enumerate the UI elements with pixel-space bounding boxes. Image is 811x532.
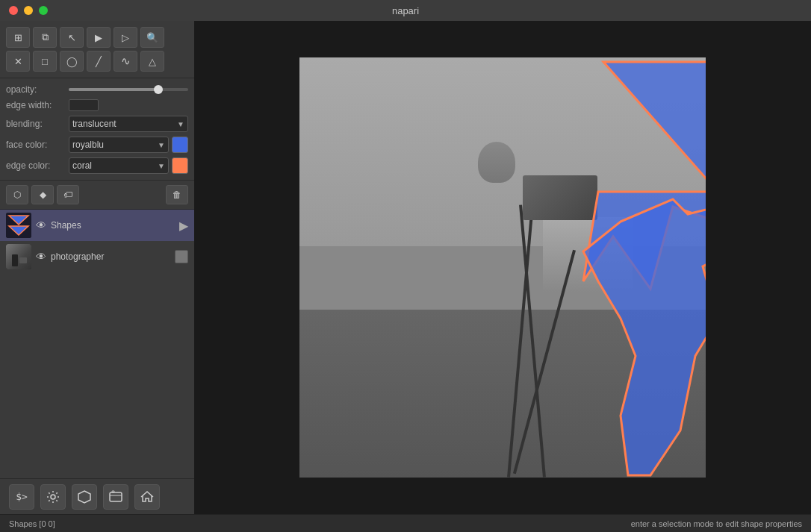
- photographer-layer-item[interactable]: 👁 photographer: [0, 241, 194, 272]
- opacity-label: opacity:: [6, 84, 66, 95]
- bottom-toolbar: $>: [0, 478, 194, 514]
- opacity-row: opacity:: [6, 84, 188, 95]
- select-tool[interactable]: ▶: [87, 27, 111, 48]
- status-left: Shapes [0 0]: [9, 519, 55, 528]
- face-color-swatch[interactable]: [172, 137, 188, 153]
- polygon-tool[interactable]: △: [140, 51, 164, 72]
- main-layout: ⊞ ⧉ ↖ ▶ ▷ 🔍 ✕ □ ◯ ╱ ∿ △ opacity:: [0, 21, 811, 514]
- canvas-container: [299, 57, 706, 478]
- rectangle-tool[interactable]: □: [33, 51, 57, 72]
- window-controls[interactable]: [9, 6, 48, 15]
- triangle-shape[interactable]: [603, 62, 706, 192]
- left-panel: ⊞ ⧉ ↖ ▶ ▷ 🔍 ✕ □ ◯ ╱ ∿ △ opacity:: [0, 21, 194, 514]
- plugin-button[interactable]: [72, 484, 97, 510]
- shapes-layer-thumbnail: [6, 213, 31, 238]
- layers-list: 👁 Shapes ▶ 👁 photographer: [0, 210, 194, 478]
- add-labels-button[interactable]: 🏷: [57, 185, 79, 204]
- svg-rect-6: [112, 491, 114, 492]
- blending-row: blending: translucent ▼: [6, 116, 188, 132]
- blending-arrow-icon: ▼: [177, 120, 184, 128]
- edge-color-swatch[interactable]: [172, 157, 188, 174]
- blending-label: blending:: [6, 119, 66, 129]
- minimize-button[interactable]: [24, 6, 33, 15]
- path-tool[interactable]: ∿: [114, 51, 137, 72]
- canvas-area[interactable]: [194, 21, 811, 514]
- status-right: enter a selection mode to edit shape pro…: [631, 519, 802, 528]
- photographer-layer-visibility[interactable]: 👁: [36, 251, 46, 263]
- shapes-layer-item[interactable]: 👁 Shapes ▶: [0, 210, 194, 241]
- maximize-button[interactable]: [39, 6, 48, 15]
- preferences-button[interactable]: [40, 484, 66, 510]
- shapes-layer-type-icon: ▶: [179, 219, 188, 233]
- svg-marker-4: [78, 491, 90, 503]
- grid-tool[interactable]: ⊞: [6, 27, 30, 48]
- line-tool[interactable]: ╱: [87, 51, 111, 72]
- delete-shape-tool[interactable]: ✕: [6, 51, 30, 72]
- add-shapes-button[interactable]: ◆: [31, 185, 54, 204]
- transform-tool[interactable]: ↖: [60, 27, 84, 48]
- photographer-layer-color-swatch: [175, 250, 188, 263]
- svg-rect-5: [110, 492, 122, 501]
- photographer-layer-name: photographer: [51, 251, 170, 262]
- app-title: napari: [392, 5, 419, 16]
- close-button[interactable]: [9, 6, 18, 15]
- face-color-name: royalblu: [72, 140, 104, 150]
- face-color-arrow-icon: ▼: [158, 141, 165, 149]
- edge-color-label: edge color:: [6, 160, 66, 171]
- terminal-button[interactable]: $>: [9, 484, 34, 510]
- shape-toolbar: ⊞ ⧉ ↖ ▶ ▷ 🔍 ✕ □ ◯ ╱ ∿ △: [0, 21, 194, 78]
- screenshot-button[interactable]: [103, 484, 128, 510]
- copy-tool[interactable]: ⧉: [33, 27, 57, 48]
- blending-select[interactable]: translucent ▼: [69, 116, 188, 132]
- edge-width-row: edge width:: [6, 99, 188, 111]
- vertex-select-tool[interactable]: ▷: [114, 27, 137, 48]
- face-color-row: face color: royalblu ▼: [6, 137, 188, 153]
- edge-color-row: edge color: coral ▼: [6, 157, 188, 174]
- ellipse-tool[interactable]: ◯: [60, 51, 84, 72]
- edge-color-arrow-icon: ▼: [158, 162, 165, 170]
- layer-controls: ⬡ ◆ 🏷 🗑: [0, 181, 194, 210]
- blending-value: translucent: [72, 119, 116, 129]
- toolbar-row-2: ✕ □ ◯ ╱ ∿ △: [6, 51, 188, 72]
- titlebar: napari: [0, 0, 811, 21]
- add-points-button[interactable]: ⬡: [6, 185, 28, 204]
- home-button[interactable]: [134, 484, 160, 510]
- edge-width-input[interactable]: [69, 99, 99, 111]
- face-color-select[interactable]: royalblu ▼: [69, 137, 169, 153]
- shapes-layer-name: Shapes: [51, 220, 175, 231]
- person-body-shape[interactable]: [583, 199, 706, 475]
- photographer-layer-thumbnail: [6, 244, 31, 269]
- edge-color-name: coral: [72, 160, 92, 171]
- edge-color-select[interactable]: coral ▼: [69, 157, 169, 174]
- shape-properties: opacity: edge width: blending: transluce…: [0, 78, 194, 181]
- delete-layer-button[interactable]: 🗑: [166, 185, 188, 204]
- edge-width-label: edge width:: [6, 100, 66, 110]
- svg-point-3: [51, 495, 55, 499]
- shapes-layer-visibility[interactable]: 👁: [36, 219, 46, 231]
- face-color-label: face color:: [6, 140, 66, 150]
- shapes-overlay: [299, 57, 706, 478]
- status-bar: Shapes [0 0] enter a selection mode to e…: [0, 514, 811, 532]
- zoom-tool[interactable]: 🔍: [140, 27, 164, 48]
- toolbar-row-1: ⊞ ⧉ ↖ ▶ ▷ 🔍: [6, 27, 188, 48]
- opacity-slider[interactable]: [69, 88, 188, 91]
